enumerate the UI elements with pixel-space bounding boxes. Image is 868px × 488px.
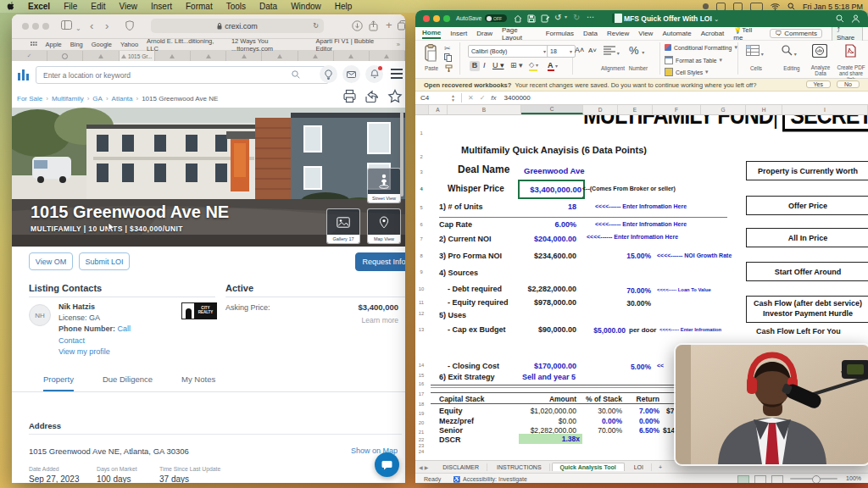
address-bar[interactable]: crexi.com ↻: [151, 19, 324, 33]
notifications-button[interactable]: [365, 65, 383, 83]
normal-view-button[interactable]: [737, 475, 749, 483]
submit-loi-button[interactable]: Submit LOI: [79, 252, 130, 270]
tab-my-notes[interactable]: My Notes: [181, 374, 215, 391]
ribbon-tab-page-layout[interactable]: Page Layout: [502, 26, 537, 42]
create-pdf-icon[interactable]: [844, 44, 857, 58]
dscr-cell[interactable]: 1.38x: [519, 434, 582, 444]
col-G[interactable]: G: [701, 105, 746, 114]
chat-bubble-button[interactable]: [375, 452, 399, 477]
sidebar-toggle-icon[interactable]: [61, 20, 72, 32]
bookmark-12ways[interactable]: 12 Ways You ...ttorneys.com: [231, 37, 308, 53]
bookmarks-grid-icon[interactable]: [31, 42, 37, 48]
ribbon-tab-home[interactable]: Home: [422, 29, 441, 39]
units-value[interactable]: 18: [526, 202, 576, 211]
gallery-button[interactable]: Gallery 17: [326, 208, 360, 244]
bookmarks-overflow-chevron[interactable]: »: [397, 41, 405, 48]
font-color-button[interactable]: A ▾: [548, 61, 558, 69]
col-D[interactable]: D: [583, 105, 618, 114]
share-icon[interactable]: [369, 20, 378, 34]
downloads-icon[interactable]: [352, 20, 363, 34]
cut-icon[interactable]: ✂: [444, 44, 451, 53]
menu-item-excel[interactable]: Excel: [21, 2, 57, 11]
zoom-level[interactable]: 100%: [846, 475, 861, 481]
browser-tab[interactable]: [83, 51, 119, 61]
browser-tab[interactable]: [47, 51, 83, 61]
name-box[interactable]: C4: [415, 94, 451, 102]
format-painter-icon[interactable]: [445, 64, 453, 73]
ribbon-tab-review[interactable]: Review: [607, 30, 629, 37]
sheet-tab-quick-analysis[interactable]: Quick Analysis Tool: [552, 463, 625, 471]
yes-button[interactable]: Yes: [806, 80, 831, 88]
editing-icon[interactable]: ▾: [782, 45, 797, 57]
analyze-data-icon[interactable]: [812, 44, 827, 58]
privacy-shield-icon[interactable]: [125, 20, 134, 33]
favorite-star-icon[interactable]: [387, 89, 403, 103]
print-doc-icon[interactable]: [541, 14, 549, 23]
hamburger-menu-icon[interactable]: [391, 69, 403, 79]
menu-item-format[interactable]: Format: [179, 2, 220, 11]
cancel-entry-icon[interactable]: ✕: [468, 94, 474, 102]
name-box-stepper[interactable]: ▲▼: [451, 94, 455, 103]
cell-styles-button[interactable]: Cell Styles ▾: [665, 68, 709, 76]
excel-zoom-button[interactable]: [443, 15, 450, 22]
crumb-for-sale[interactable]: For Sale: [17, 95, 42, 103]
alignment-icon[interactable]: ▾: [604, 46, 620, 56]
forward-icon[interactable]: ›: [105, 20, 108, 32]
tab-property[interactable]: Property: [43, 374, 74, 391]
more-toolbar-icon[interactable]: ⋯: [587, 13, 594, 21]
ribbon-tab-draw[interactable]: Draw: [476, 30, 492, 37]
menu-item-help[interactable]: Help: [328, 2, 359, 11]
analyze-data-label[interactable]: Analyze Data: [805, 65, 836, 77]
copy-icon[interactable]: [444, 53, 452, 63]
ribbon-tab-view[interactable]: View: [638, 30, 653, 37]
autosave-toggle[interactable]: OFF: [485, 14, 507, 22]
crexi-logo[interactable]: [17, 66, 31, 85]
decrease-font-icon[interactable]: A˅: [588, 47, 597, 54]
sheet-tab-loi[interactable]: LOI: [626, 463, 652, 471]
accessibility-icon[interactable]: ♿: [453, 476, 460, 483]
safari-zoom-button[interactable]: [42, 23, 49, 30]
new-tab-icon[interactable]: +: [386, 19, 392, 31]
map-view-button[interactable]: Map View: [367, 208, 401, 244]
undo-chevron-icon[interactable]: ▾: [565, 14, 567, 19]
tab-due-diligence[interactable]: Due Diligence: [103, 374, 153, 391]
page-break-view-button[interactable]: [771, 475, 783, 483]
browser-tab[interactable]: [191, 51, 226, 61]
ribbon-tab-formulas[interactable]: Formulas: [546, 30, 574, 37]
workbook-title[interactable]: MFS Quick Offer With LOI ⌄: [624, 14, 719, 23]
browser-tab[interactable]: [226, 51, 262, 61]
browser-tab[interactable]: [370, 51, 405, 61]
camera-status-icon[interactable]: [716, 3, 726, 11]
call-link[interactable]: Call: [118, 324, 131, 333]
street-view-button[interactable]: Street View: [367, 168, 401, 203]
fx-icon[interactable]: fx: [491, 94, 496, 102]
property-photo[interactable]: 1015 Greenwood Ave NE MULTIFAMILY | 10 U…: [12, 108, 405, 247]
font-name-select[interactable]: Calibri (Body)▾: [468, 45, 549, 58]
bookmark-yahoo[interactable]: Yahoo: [120, 41, 138, 48]
request-info-button[interactable]: Request Info: [355, 252, 405, 271]
print-icon[interactable]: [342, 89, 357, 103]
page-scrollbar[interactable]: [400, 112, 403, 197]
number-format-icon[interactable]: % ▾: [629, 44, 644, 57]
italic-button[interactable]: I: [483, 61, 486, 69]
titlebar-search-icon[interactable]: [836, 14, 844, 23]
browser-tab[interactable]: ✓: [12, 51, 47, 61]
display-status-icon[interactable]: [733, 3, 743, 11]
menu-item-file[interactable]: File: [57, 2, 84, 11]
editing-label[interactable]: Editing: [775, 65, 809, 71]
format-as-table-button[interactable]: Format as Table ▾: [665, 56, 722, 64]
proforma-value[interactable]: $234,600.00: [517, 252, 576, 260]
exit-value[interactable]: Sell and year 5: [522, 373, 576, 381]
sheet-tab-prev-icon[interactable]: ◀: [419, 464, 423, 470]
paste-icon[interactable]: [424, 44, 437, 63]
underline-button[interactable]: U ▾: [492, 61, 504, 69]
deal-name-value[interactable]: Greenwood Ave: [524, 166, 585, 175]
borders-button[interactable]: ⊞ ▾: [510, 61, 523, 69]
crumb-multifamily[interactable]: Multifamily: [46, 95, 83, 103]
formula-value[interactable]: 3400000: [504, 94, 531, 102]
home-icon[interactable]: [514, 14, 522, 23]
undo-icon[interactable]: ↺: [554, 13, 561, 22]
menu-item-tools[interactable]: Tools: [220, 2, 253, 11]
comments-button[interactable]: 🗨Comments: [770, 29, 822, 38]
bookmark-apple[interactable]: Apple: [46, 41, 62, 48]
